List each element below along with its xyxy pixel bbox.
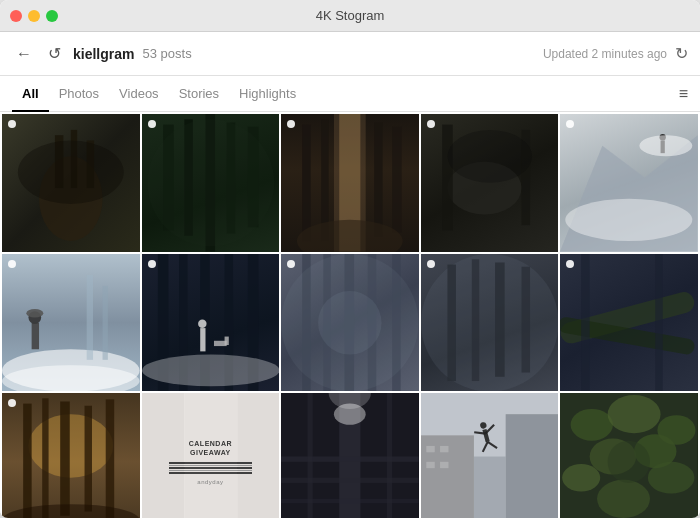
close-button[interactable] bbox=[10, 10, 22, 22]
selection-dot bbox=[566, 260, 574, 268]
photo-item[interactable] bbox=[421, 114, 559, 252]
svg-rect-41 bbox=[200, 328, 205, 351]
svg-point-25 bbox=[660, 134, 666, 140]
svg-rect-59 bbox=[582, 254, 590, 392]
svg-rect-31 bbox=[103, 285, 108, 359]
svg-point-10 bbox=[147, 119, 274, 246]
photo-item[interactable] bbox=[421, 254, 559, 392]
svg-point-95 bbox=[571, 409, 613, 441]
svg-line-91 bbox=[484, 425, 496, 434]
svg-point-102 bbox=[597, 480, 650, 518]
svg-rect-16 bbox=[392, 127, 402, 233]
svg-point-61 bbox=[28, 414, 113, 478]
toolbar: ← ↺ kiellgram 53 posts Updated 2 minutes… bbox=[0, 32, 700, 76]
svg-rect-2 bbox=[71, 130, 77, 188]
svg-rect-80 bbox=[421, 393, 559, 518]
svg-rect-84 bbox=[426, 446, 434, 452]
svg-rect-62 bbox=[23, 404, 31, 518]
photo-item[interactable] bbox=[2, 114, 140, 252]
svg-rect-12 bbox=[334, 114, 366, 252]
tab-videos[interactable]: Videos bbox=[109, 76, 169, 112]
updated-text: Updated 2 minutes ago bbox=[543, 47, 667, 61]
svg-rect-58 bbox=[560, 316, 696, 356]
svg-rect-82 bbox=[505, 414, 558, 518]
svg-line-92 bbox=[480, 442, 489, 452]
photo-item[interactable] bbox=[142, 254, 280, 392]
toolbar-right: Updated 2 minutes ago ↻ bbox=[543, 44, 688, 63]
svg-point-29 bbox=[2, 365, 140, 391]
svg-rect-6 bbox=[184, 119, 192, 235]
grid-menu-button[interactable]: ≡ bbox=[679, 85, 688, 103]
svg-rect-47 bbox=[345, 254, 355, 392]
svg-point-0 bbox=[39, 156, 103, 241]
photo-item[interactable] bbox=[281, 254, 419, 392]
svg-rect-46 bbox=[324, 254, 331, 392]
svg-point-51 bbox=[318, 291, 382, 355]
svg-point-34 bbox=[26, 309, 43, 317]
svg-rect-83 bbox=[474, 457, 506, 518]
svg-rect-9 bbox=[247, 127, 258, 228]
svg-rect-14 bbox=[321, 119, 328, 241]
svg-point-27 bbox=[640, 135, 693, 156]
svg-point-33 bbox=[28, 311, 41, 324]
svg-rect-5 bbox=[163, 125, 174, 231]
back-button[interactable]: ← bbox=[12, 43, 36, 65]
svg-line-93 bbox=[488, 440, 497, 450]
selection-dot bbox=[427, 120, 435, 128]
photo-item[interactable] bbox=[281, 393, 419, 518]
tab-highlights[interactable]: Highlights bbox=[229, 76, 306, 112]
svg-rect-77 bbox=[387, 393, 392, 518]
svg-point-101 bbox=[648, 462, 695, 494]
photo-item[interactable] bbox=[560, 254, 698, 392]
svg-rect-66 bbox=[106, 400, 114, 518]
profile-name: kiellgram bbox=[73, 46, 134, 62]
svg-line-90 bbox=[474, 430, 485, 437]
selection-dot bbox=[8, 260, 16, 268]
svg-rect-87 bbox=[440, 462, 448, 468]
maximize-button[interactable] bbox=[46, 10, 58, 22]
forward-button[interactable]: ↺ bbox=[44, 42, 65, 65]
svg-point-26 bbox=[566, 199, 693, 241]
svg-rect-24 bbox=[661, 140, 665, 153]
selection-dot bbox=[148, 120, 156, 128]
selection-dot bbox=[427, 260, 435, 268]
svg-point-96 bbox=[608, 395, 661, 433]
tab-stories[interactable]: Stories bbox=[169, 76, 229, 112]
tab-photos[interactable]: Photos bbox=[49, 76, 109, 112]
svg-rect-15 bbox=[374, 122, 382, 236]
svg-point-52 bbox=[421, 254, 559, 392]
calendar-card: CALENDARGIVEAWAY andyday bbox=[142, 393, 280, 518]
refresh-button[interactable]: ↻ bbox=[675, 44, 688, 63]
svg-rect-71 bbox=[281, 393, 419, 518]
svg-rect-49 bbox=[392, 254, 400, 392]
svg-rect-3 bbox=[87, 140, 94, 188]
svg-rect-32 bbox=[32, 322, 39, 348]
svg-rect-8 bbox=[226, 122, 234, 233]
svg-rect-45 bbox=[302, 254, 310, 392]
svg-rect-64 bbox=[60, 402, 70, 516]
svg-point-98 bbox=[590, 439, 637, 475]
photo-item[interactable] bbox=[421, 393, 559, 518]
photo-item[interactable] bbox=[560, 114, 698, 252]
photo-item[interactable] bbox=[2, 393, 140, 518]
photo-item[interactable] bbox=[560, 393, 698, 518]
svg-rect-30 bbox=[87, 275, 93, 360]
svg-rect-74 bbox=[281, 478, 419, 483]
minimize-button[interactable] bbox=[28, 10, 40, 22]
tabs-bar: All Photos Videos Stories Highlights ≡ bbox=[0, 76, 700, 112]
svg-rect-76 bbox=[308, 393, 313, 518]
window-title: 4K Stogram bbox=[316, 8, 385, 23]
photo-item[interactable] bbox=[2, 254, 140, 392]
tab-all[interactable]: All bbox=[12, 76, 49, 112]
svg-point-17 bbox=[297, 220, 403, 252]
svg-rect-55 bbox=[495, 262, 505, 376]
photo-item[interactable] bbox=[281, 114, 419, 252]
svg-point-100 bbox=[563, 464, 601, 492]
selection-dot bbox=[148, 260, 156, 268]
svg-rect-60 bbox=[656, 254, 663, 392]
svg-rect-7 bbox=[205, 114, 215, 252]
svg-rect-1 bbox=[55, 135, 63, 188]
svg-point-21 bbox=[447, 130, 532, 183]
photo-item[interactable] bbox=[142, 114, 280, 252]
photo-item[interactable]: CALENDARGIVEAWAY andyday bbox=[142, 393, 280, 518]
